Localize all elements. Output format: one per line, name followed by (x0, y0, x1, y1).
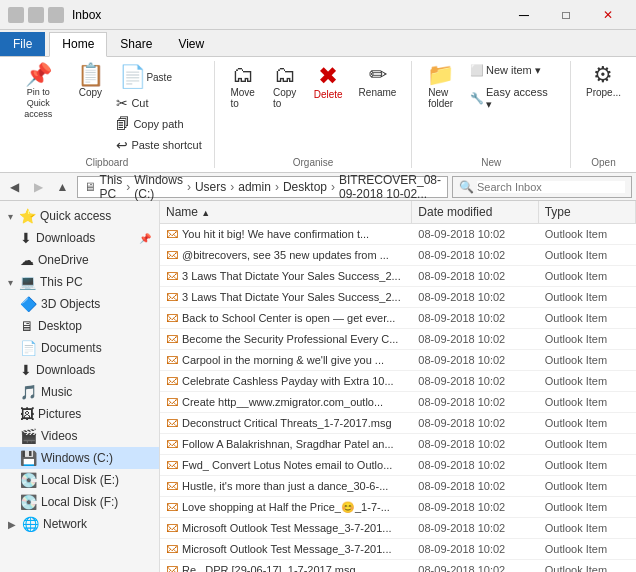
clipboard-buttons: 📌 Pin to Quickaccess 📋 Copy 📄 Paste (8, 61, 206, 155)
new-item-button[interactable]: ⬜ New item ▾ (463, 61, 562, 80)
file-name: Microsoft Outlook Test Message_3-7-201..… (182, 522, 392, 534)
properties-button[interactable]: ⚙ Prope... (579, 61, 628, 101)
path-users[interactable]: Users (195, 180, 226, 194)
easy-access-icon: 🔧 (470, 92, 484, 105)
sidebar-item-documents[interactable]: 📄 Documents (0, 337, 159, 359)
file-name: Deconstruct Critical Threats_1-7-2017.ms… (182, 417, 392, 429)
search-input[interactable] (477, 181, 625, 193)
col-header-type[interactable]: Type (539, 201, 636, 223)
move-to-button[interactable]: 🗂 Moveto (223, 61, 263, 112)
back-button[interactable]: ◀ (4, 176, 24, 198)
path-admin[interactable]: admin (238, 180, 271, 194)
copy-button[interactable]: 📋 Copy (70, 61, 110, 101)
file-name: Create http__www.zmigrator.com_outlo... (182, 396, 383, 408)
delete-button[interactable]: ✖ Delete (307, 61, 350, 103)
email-icon: 🖂 (166, 437, 178, 451)
cell-type: Outlook Item (539, 477, 636, 495)
table-row[interactable]: 🖂 Hustle, it's more than just a dance_30… (160, 476, 636, 497)
file-name: Become the Security Professional Every C… (182, 333, 398, 345)
tab-view[interactable]: View (165, 32, 217, 56)
title-bar: Inbox ─ □ ✕ (0, 0, 636, 30)
network-arrow: ▶ (8, 519, 16, 530)
easy-access-button[interactable]: 🔧 Easy access ▾ (463, 83, 562, 114)
maximize-button[interactable]: □ (546, 5, 586, 25)
cut-button[interactable]: ✂ Cut (112, 93, 205, 113)
file-name: Celebrate Cashless Payday with Extra 10.… (182, 375, 394, 387)
sidebar-item-videos[interactable]: 🎬 Videos (0, 425, 159, 447)
path-bitrecover[interactable]: BITRECOVER_08-09-2018 10-02... (339, 173, 441, 201)
pin-quick-access-button[interactable]: 📌 Pin to Quickaccess (8, 61, 68, 122)
path-desktop[interactable]: Desktop (283, 180, 327, 194)
sidebar-item-downloads2[interactable]: ⬇ Downloads (0, 359, 159, 381)
easy-access-label: Easy access ▾ (486, 86, 555, 111)
search-box[interactable]: 🔍 (452, 176, 632, 198)
table-row[interactable]: 🖂 You hit it big! We have confirmation t… (160, 224, 636, 245)
new-folder-button[interactable]: 📁 Newfolder (420, 61, 461, 112)
table-row[interactable]: 🖂 Microsoft Outlook Test Message_3-7-201… (160, 539, 636, 560)
sidebar-item-windows-c[interactable]: 💾 Windows (C:) (0, 447, 159, 469)
table-row[interactable]: 🖂 Create http__www.zmigrator.com_outlo..… (160, 392, 636, 413)
organise-buttons: 🗂 Moveto 🗂 Copyto ✖ Delete ✏ Rename (223, 61, 404, 155)
path-this-pc[interactable]: This PC (100, 173, 123, 201)
table-row[interactable]: 🖂 Re_ DPR [29-06-17]_1-7-2017.msg 08-09-… (160, 560, 636, 572)
paste-shortcut-label: Paste shortcut (131, 139, 201, 151)
table-row[interactable]: 🖂 @bitrecovers, see 35 new updates from … (160, 245, 636, 266)
table-row[interactable]: 🖂 Become the Security Professional Every… (160, 329, 636, 350)
up-button[interactable]: ▲ (52, 176, 72, 198)
paste-button[interactable]: 📄 Paste (112, 61, 205, 93)
table-row[interactable]: 🖂 Celebrate Cashless Payday with Extra 1… (160, 371, 636, 392)
tab-share[interactable]: Share (107, 32, 165, 56)
cell-type: Outlook Item (539, 435, 636, 453)
sidebar-item-desktop[interactable]: 🖥 Desktop (0, 315, 159, 337)
copy-to-icon: 🗂 (274, 64, 296, 86)
copy-icon: 📋 (77, 64, 104, 86)
col-header-date[interactable]: Date modified (412, 201, 538, 223)
pin-icon: 📌 (25, 64, 52, 86)
cell-name: 🖂 Fwd_ Convert Lotus Notes email to Outl… (160, 455, 412, 475)
forward-button[interactable]: ▶ (28, 176, 48, 198)
sidebar-item-this-pc[interactable]: ▾ 💻 This PC (0, 271, 159, 293)
sidebar-item-downloads[interactable]: ⬇ Downloads 📌 (0, 227, 159, 249)
cell-type: Outlook Item (539, 372, 636, 390)
copy-to-button[interactable]: 🗂 Copyto (265, 61, 305, 112)
col-header-name[interactable]: Name ▲ (160, 201, 412, 223)
email-icon: 🖂 (166, 311, 178, 325)
file-name: 3 Laws That Dictate Your Sales Success_2… (182, 291, 401, 303)
table-row[interactable]: 🖂 Fwd_ Convert Lotus Notes email to Outl… (160, 455, 636, 476)
sidebar-item-local-disk-e[interactable]: 💽 Local Disk (E:) (0, 469, 159, 491)
tab-file[interactable]: File (0, 32, 45, 56)
cell-name: 🖂 3 Laws That Dictate Your Sales Success… (160, 287, 412, 307)
sort-icon: ▲ (201, 208, 210, 218)
sidebar-item-music[interactable]: 🎵 Music (0, 381, 159, 403)
new-item-icon: ⬜ (470, 64, 484, 77)
sidebar-item-pictures[interactable]: 🖼 Pictures (0, 403, 159, 425)
email-icon: 🖂 (166, 227, 178, 241)
table-row[interactable]: 🖂 Follow A Balakrishnan, Sragdhar Patel … (160, 434, 636, 455)
address-path[interactable]: 🖥 This PC › Windows (C:) › Users › admin… (77, 176, 448, 198)
close-button[interactable]: ✕ (588, 5, 628, 25)
minimize-button[interactable]: ─ (504, 5, 544, 25)
sidebar-item-quick-access[interactable]: ▾ ⭐ Quick access (0, 205, 159, 227)
table-row[interactable]: 🖂 3 Laws That Dictate Your Sales Success… (160, 287, 636, 308)
sidebar-item-3d-objects[interactable]: 🔷 3D Objects (0, 293, 159, 315)
sidebar-item-network[interactable]: ▶ 🌐 Network (0, 513, 159, 535)
delete-icon: ✖ (318, 64, 338, 88)
table-row[interactable]: 🖂 Microsoft Outlook Test Message_3-7-201… (160, 518, 636, 539)
path-windows-c[interactable]: Windows (C:) (134, 173, 183, 201)
local-disk-f-icon: 💽 (20, 494, 37, 510)
sidebar-item-local-disk-f[interactable]: 💽 Local Disk (F:) (0, 491, 159, 513)
tab-home[interactable]: Home (49, 32, 107, 57)
table-row[interactable]: 🖂 Deconstruct Critical Threats_1-7-2017.… (160, 413, 636, 434)
paste-shortcut-button[interactable]: ↩ Paste shortcut (112, 135, 205, 155)
copy-path-button[interactable]: 🗐 Copy path (112, 114, 205, 134)
rename-button[interactable]: ✏ Rename (352, 61, 404, 101)
delete-label: Delete (314, 89, 343, 100)
table-row[interactable]: 🖂 Love shopping at Half the Price_😊_1-7-… (160, 497, 636, 518)
table-row[interactable]: 🖂 3 Laws That Dictate Your Sales Success… (160, 266, 636, 287)
table-row[interactable]: 🖂 Carpool in the morning & we'll give yo… (160, 350, 636, 371)
windows-c-icon: 💾 (20, 450, 37, 466)
sidebar-item-onedrive[interactable]: ☁ OneDrive (0, 249, 159, 271)
desktop-label: Desktop (38, 319, 82, 333)
table-row[interactable]: 🖂 Back to School Center is open — get ev… (160, 308, 636, 329)
path-home-icon: 🖥 (84, 180, 96, 194)
